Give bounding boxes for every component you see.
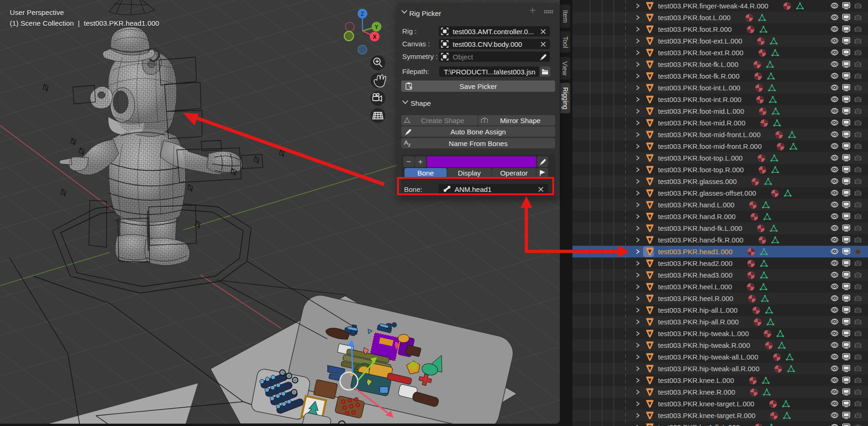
svg-text:Y: Y [375,24,378,30]
svg-text:X: X [373,34,376,40]
svg-text:Z: Z [361,11,364,17]
